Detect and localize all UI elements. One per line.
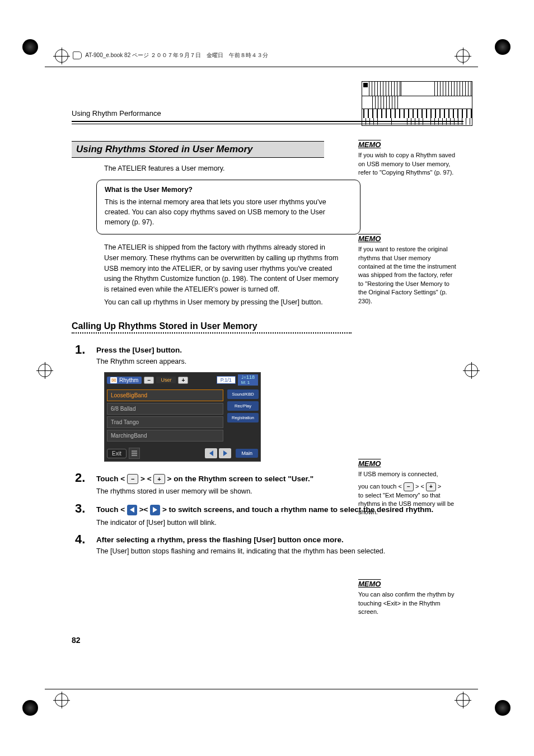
memo-note-4: MEMO You can also confirm the rhythm by … bbox=[358, 579, 459, 616]
main-button[interactable]: Main bbox=[236, 449, 258, 458]
list-item[interactable]: Trad Tango bbox=[107, 416, 223, 428]
crop-mark bbox=[22, 700, 39, 717]
step-number: 2. bbox=[75, 472, 96, 484]
user-label: User bbox=[156, 377, 176, 383]
envelope-icon: ✉ bbox=[110, 377, 117, 383]
rhythm-label: ✉ Rhythm bbox=[107, 377, 142, 384]
callout-box: What is the User Memory? This is the int… bbox=[96, 180, 360, 234]
memo-text-line3: to select "Ext Memory" so that rhythms i… bbox=[358, 491, 459, 517]
memo-note-2: MEMO If you want to restore the original… bbox=[358, 234, 459, 306]
section-title: Using Rhythms Stored in User Memory bbox=[72, 141, 324, 158]
rec-play-button[interactable]: Rec/Play bbox=[227, 401, 259, 411]
step-body: The [User] button stops flashing and rem… bbox=[96, 546, 463, 556]
crop-mark bbox=[495, 39, 512, 56]
next-button[interactable] bbox=[219, 448, 231, 458]
step-title: Press the [User] button. bbox=[96, 346, 463, 354]
memo-label: MEMO bbox=[358, 234, 381, 244]
grid-icon[interactable] bbox=[129, 448, 140, 459]
rhythm-screen: ✉ Rhythm − User + P.1/1 ♩=118 M: 1 Loose… bbox=[104, 372, 261, 462]
sound-kbd-button[interactable]: Sound/KBD bbox=[227, 389, 259, 399]
step-number: 1. bbox=[75, 344, 96, 356]
plus-button[interactable]: + bbox=[178, 377, 188, 384]
plus-icon: + bbox=[153, 474, 165, 484]
memo-note-3: MEMO If USB memory is connected, you can… bbox=[358, 459, 459, 517]
list-item[interactable]: LooseBigBand bbox=[107, 389, 223, 401]
registration-mark bbox=[456, 693, 470, 707]
minus-button[interactable]: − bbox=[144, 377, 154, 384]
plus-icon: + bbox=[426, 482, 436, 491]
memo-text-line2: you can touch < − > < + > bbox=[358, 482, 459, 491]
breadcrumb: Using Rhythm Performance bbox=[72, 109, 463, 118]
step-body: The Rhythm screen appears. bbox=[96, 356, 463, 367]
memo-label: MEMO bbox=[358, 140, 381, 150]
list-item[interactable]: 6/8 Ballad bbox=[107, 403, 223, 415]
page-indicator: P.1/1 bbox=[217, 376, 236, 384]
callout-title: What is the User Memory? bbox=[105, 186, 352, 194]
prev-button[interactable] bbox=[205, 448, 217, 458]
book-header-text: AT-900_e.book 82 ページ ２００７年９月７日 金曜日 午前８時４… bbox=[85, 52, 268, 58]
step-4: 4. After selecting a rhythm, press the f… bbox=[75, 533, 463, 556]
intro-text: The ATELIER features a User memory. bbox=[104, 163, 339, 174]
subsection-title: Calling Up Rhythms Stored in User Memory bbox=[72, 321, 463, 331]
memo-text: If you want to restore the original rhyt… bbox=[358, 245, 459, 306]
step-body: The indicator of [User] button will blin… bbox=[96, 518, 463, 528]
crop-mark bbox=[495, 700, 512, 717]
list-item[interactable]: MarchingBand bbox=[107, 430, 223, 442]
registration-mark bbox=[55, 693, 68, 707]
memo-note-1: MEMO If you wish to copy a Rhythm saved … bbox=[358, 140, 459, 177]
minus-icon: − bbox=[127, 474, 138, 484]
memo-text: If USB memory is connected, bbox=[358, 470, 459, 478]
book-icon bbox=[73, 51, 82, 59]
right-arrow-icon bbox=[150, 505, 160, 515]
memo-label: MEMO bbox=[358, 579, 381, 589]
body-paragraph-2: You can call up rhythms in User memory b… bbox=[104, 297, 339, 308]
step-1: 1. Press the [User] button. The Rhythm s… bbox=[75, 344, 463, 367]
memo-text: If you wish to copy a Rhythm saved on US… bbox=[358, 151, 459, 177]
callout-body: This is the internal memory area that le… bbox=[105, 197, 352, 227]
registration-button[interactable]: Registration bbox=[227, 413, 259, 422]
body-paragraph: The ATELIER is shipped from the factory … bbox=[104, 242, 339, 295]
minus-icon: − bbox=[404, 482, 414, 491]
memo-text: You can also confirm the rhythm by touch… bbox=[358, 590, 459, 616]
trim-line bbox=[45, 67, 478, 67]
left-arrow-icon bbox=[127, 505, 137, 515]
page-number: 82 bbox=[72, 636, 81, 645]
side-panel: Sound/KBD Rec/Play Registration bbox=[226, 387, 260, 445]
book-header: AT-900_e.book 82 ページ ２００７年９月７日 金曜日 午前８時４… bbox=[73, 51, 268, 59]
registration-mark bbox=[38, 364, 51, 377]
exit-button[interactable]: Exit bbox=[107, 449, 127, 458]
tempo-indicator: ♩=118 M: 1 bbox=[238, 374, 258, 386]
memo-label: MEMO bbox=[358, 459, 381, 469]
step-number: 3. bbox=[75, 503, 96, 515]
dotted-rule bbox=[72, 332, 352, 334]
registration-mark bbox=[55, 49, 68, 63]
registration-mark bbox=[465, 364, 478, 377]
rule bbox=[72, 121, 463, 124]
crop-mark bbox=[22, 39, 39, 56]
rhythm-list: LooseBigBand 6/8 Ballad Trad Tango March… bbox=[105, 387, 226, 445]
step-number: 4. bbox=[75, 533, 96, 546]
step-title: After selecting a rhythm, press the flas… bbox=[96, 536, 463, 544]
registration-mark bbox=[456, 49, 470, 63]
trim-line bbox=[45, 689, 478, 689]
